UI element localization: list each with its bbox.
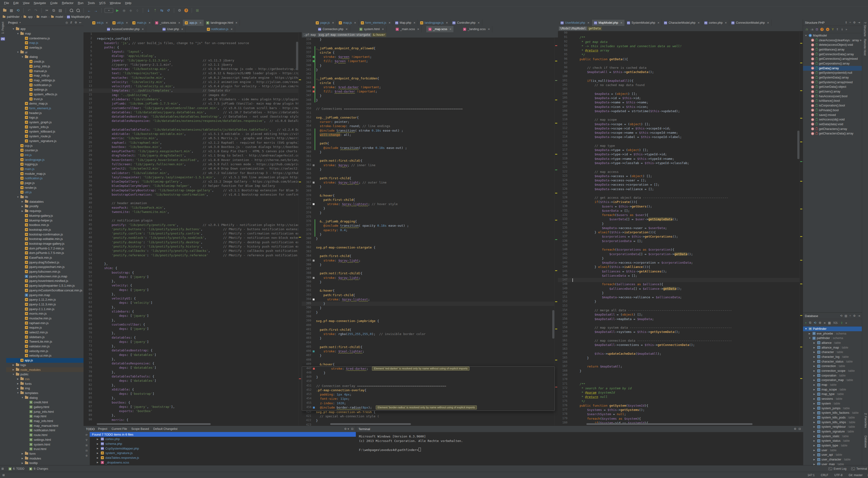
database-table-system_signature[interactable]: ▶system_signature: table (803, 429, 862, 434)
code-line[interactable]: 402 stroke: rgba(255,255,255,0); // invi… (302, 332, 558, 336)
code-line[interactable]: 422} (302, 418, 558, 423)
tab-User-php[interactable]: phpUser.php✕ (160, 26, 186, 32)
code-line[interactable]: 90 morris: { (84, 418, 302, 422)
menu-code[interactable]: Code (48, 0, 60, 6)
code-line[interactable]: 84 deps: ['bootstrap'] (84, 392, 302, 396)
vcs-commit-icon[interactable]: ⇡ (152, 8, 158, 13)
code-line[interactable]: 372 stroke: $gray-lightest; // hover sty… (302, 202, 558, 206)
tree-item-logging-js[interactable]: JSlogging.js (6, 162, 84, 167)
code-line[interactable]: 357 (302, 137, 558, 141)
close-tab-icon[interactable]: ✕ (698, 21, 700, 24)
tree-item-page-js[interactable]: JSpage.js (6, 181, 84, 185)
tab-CharacterModel-php[interactable]: phpCharacterModel.php✕ (662, 20, 702, 26)
tree-collapsed-arrow-icon[interactable]: ▶ (21, 457, 24, 459)
database-table-character_log[interactable]: ▶character_log: table (803, 354, 862, 359)
code-line[interactable]: 9 bootstrap: 'lib/bootstrap.min', // v3.… (84, 67, 302, 71)
code-line[interactable]: 121 (558, 165, 803, 169)
code-line[interactable]: 170 (558, 378, 803, 382)
tree-item-form_element-js[interactable]: JSform_element.js (6, 106, 84, 111)
tree-collapsed-arrow-icon[interactable]: ▶ (813, 393, 816, 395)
tree-collapsed-arrow-icon[interactable]: ▶ (809, 332, 811, 335)
statusbar-git-branch[interactable]: Git: master (848, 474, 863, 477)
code-line[interactable]: 384 path:first-child{ (302, 254, 558, 258)
code-line[interactable]: 134 } (558, 222, 803, 226)
code-line[interactable]: 394 stroke: $gray-lightest; (302, 297, 558, 301)
tree-collapsed-arrow-icon[interactable]: ▶ (813, 374, 816, 377)
horizontal-scrollbar[interactable] (97, 423, 211, 425)
code-line[interactable]: 405 path:not(:first-child){ (302, 345, 558, 349)
code-line[interactable]: 172 * search for a system by id (558, 386, 803, 390)
tree-item-demo_map-js[interactable]: JSdemo_map.js (6, 101, 84, 106)
synchronize-icon[interactable]: ⟲ (15, 8, 21, 13)
code-line[interactable]: 362 path:not(:first-child){ (302, 159, 558, 163)
code-line[interactable]: 82 }, (84, 383, 302, 387)
code-line[interactable]: 65 slidebars: { (84, 310, 302, 314)
vcs-revert-icon[interactable]: ↺ (165, 8, 171, 13)
tree-item-jquery-dragToSelect-js[interactable]: JSjquery.dragToSelect.js (6, 260, 84, 265)
structure-method-getCharacters[interactable]: mgetCharacters():array (803, 127, 862, 131)
statusbar-encoding[interactable]: UTF-8 (834, 474, 842, 477)
database-toolbar-icon[interactable]: » (845, 321, 847, 325)
tree-collapsed-arrow-icon[interactable]: ▶ (21, 462, 24, 464)
error-stripe[interactable] (554, 37, 558, 425)
tree-item-system_info-js[interactable]: JSsystem_info.js (6, 125, 84, 129)
code-line[interactable]: 111 $mapData->scope = (object) []; (558, 122, 803, 126)
tree-collapsed-arrow-icon[interactable]: ▶ (17, 382, 19, 385)
code-line[interactable]: 3 baseUrl: 'js', // user build_js files,… (84, 41, 302, 45)
tab-map-js[interactable]: JSmap.js✕ (337, 20, 359, 26)
code-line[interactable]: 105 $mapData->id = $this->id; (558, 96, 803, 100)
tree-collapsed-arrow-icon[interactable]: ▶ (813, 435, 816, 438)
code-line[interactable]: 43 (84, 214, 302, 218)
tree-expanded-arrow-icon[interactable]: ▼ (17, 51, 19, 53)
lens-code-line[interactable]: 454 font-size: 11px; (302, 397, 555, 401)
tab-SystemModel-php[interactable]: phpSystemModel.php✕ (625, 20, 662, 26)
toolwindow-button-terminal[interactable]: >_Terminal (849, 467, 868, 471)
database-table-corporation_map[interactable]: ▶corporation_map: table (803, 378, 862, 383)
tree-item-map_info-js[interactable]: JSmap_info.js (6, 73, 84, 78)
code-line[interactable]: 401 path:first-child{ (302, 328, 558, 332)
close-tab-icon[interactable]: ✕ (620, 21, 622, 24)
tree-collapsed-arrow-icon[interactable]: ▶ (813, 444, 816, 447)
open-file-icon[interactable] (2, 8, 8, 13)
tab-main-js[interactable]: JSmain.js✕ (130, 20, 153, 26)
todo-toolbar-icon[interactable]: ∇ (86, 439, 87, 442)
tree-item-form[interactable]: ▶form (6, 451, 84, 456)
tree-item-logo-js[interactable]: JSlogo.js (6, 115, 84, 120)
replace-icon[interactable] (75, 8, 81, 13)
todo-summary-row[interactable]: Found 7 TODO items in 6 files (90, 432, 356, 437)
code-line[interactable]: 119 $mapData->type->name = $this->typeId… (558, 157, 803, 161)
lens-code-line[interactable]: 450 (302, 379, 555, 384)
undo-icon[interactable]: ↶ (26, 8, 32, 13)
code-line[interactable]: 37 blueImpGalleryBootstrap: 'lib/bootstr… (84, 188, 302, 193)
code-line[interactable]: 385 stroke: $gray-light; (302, 258, 558, 263)
terminal-output[interactable]: Microsoft Windows [Version 6.3.9600] (c)… (356, 432, 803, 452)
close-tab-icon[interactable]: ✕ (332, 21, 334, 24)
forward-icon[interactable]: → (93, 8, 99, 13)
code-line[interactable]: 38 bootstrapConfirmation: 'lib/bootstrap… (84, 193, 302, 197)
tree-item-header-js[interactable]: JSheader.js (6, 110, 84, 115)
code-line[interactable]: 49 'pnotify.desktop': 'lib/pnotify/pnoti… (84, 240, 302, 245)
tree-item-jump_info-html[interactable]: 5jump_info.html (6, 409, 84, 414)
database-toolbar-icon[interactable]: ⟲ (814, 321, 816, 325)
code-line[interactable]: 7 jquery: 'lib/jquery-1.11.3.min', // v1… (84, 58, 302, 63)
tree-item-dialog[interactable]: ▼dialog (6, 55, 84, 59)
error-stripe[interactable] (800, 31, 803, 425)
code-line[interactable]: 124 $mapData->access->user = []; (558, 178, 803, 183)
tree-collapsed-arrow-icon[interactable]: ▶ (813, 379, 816, 381)
database-table-alliance_map[interactable]: ▶alliance_map: table (803, 345, 862, 350)
tree-item-raphael-min-js[interactable]: JSraphael-min.js (6, 321, 84, 325)
todo-toolbar-icon[interactable]: ⊞ (85, 444, 88, 447)
code-line[interactable]: 159 $mapDataAll->systems = $this->getSys… (558, 330, 803, 334)
project-header-icon[interactable]: ⇤ (79, 21, 82, 24)
code-line[interactable]: 13 velocityUI: 'lib/velocity.ui.min', //… (84, 84, 302, 89)
tree-item-contextmenu-js[interactable]: JScontextmenu.js (6, 36, 84, 40)
code-line[interactable]: 26 raphael: 'lib/raphael-min', // v2.1.2… (84, 140, 302, 145)
gear-icon[interactable]: ⚙ (794, 427, 796, 431)
code-line[interactable]: 336._jsPlumb_endpoint_drop_allowed{ (302, 46, 558, 51)
menu-vcs[interactable]: VCS (97, 0, 108, 6)
code-line[interactable]: 351 (302, 111, 558, 116)
breadcrumb-item[interactable]: model (51, 15, 63, 19)
code-line[interactable]: 74 datatablesBootstrap: { (84, 348, 302, 353)
code-line[interactable]: 117 $mapData->type = (object) []; (558, 148, 803, 152)
tree-item-jquery-min-map[interactable]: {}jquery.min.map (6, 293, 84, 297)
